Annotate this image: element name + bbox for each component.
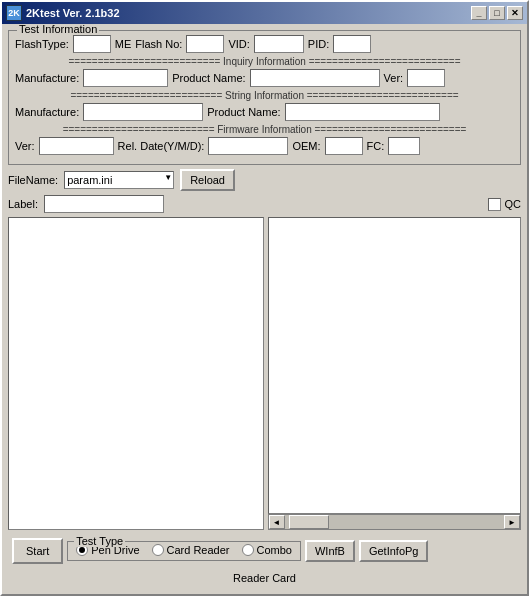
card-reader-radio[interactable] — [152, 544, 164, 556]
manufacture-input-2[interactable] — [83, 103, 203, 121]
winfb-button[interactable]: WInfB — [305, 540, 355, 562]
inquiry-row: Manufacture: Product Name: Ver: — [15, 69, 514, 87]
window-title: 2Ktest Ver. 2.1b32 — [26, 7, 120, 19]
minimize-button[interactable]: _ — [471, 6, 487, 20]
main-window: 2K 2Ktest Ver. 2.1b32 _ □ ✕ Test Informa… — [0, 0, 529, 596]
filename-row: FileName: param.ini Reload — [8, 169, 521, 191]
title-buttons: _ □ ✕ — [471, 6, 523, 20]
inquiry-separator: ========================== Inquiry Infor… — [15, 56, 514, 67]
label-row: Label: — [8, 195, 164, 213]
filename-select-wrapper: param.ini — [64, 171, 174, 189]
card-reader-label: Card Reader — [167, 544, 230, 556]
scroll-track[interactable] — [285, 515, 505, 529]
ver-input-2[interactable] — [39, 137, 114, 155]
product-name-label-1: Product Name: — [172, 72, 245, 84]
combo-option[interactable]: Combo — [242, 544, 292, 556]
fc-label: FC: — [367, 140, 385, 152]
qc-row: QC — [488, 198, 522, 211]
product-name-input-2[interactable] — [285, 103, 440, 121]
pid-input[interactable] — [333, 35, 371, 53]
string-row: Manufacture: Product Name: — [15, 103, 514, 121]
label-label: Label: — [8, 198, 38, 210]
fc-input[interactable] — [388, 137, 420, 155]
firmware-row: Ver: Rel. Date(Y/M/D): OEM: FC: — [15, 137, 514, 155]
test-info-group: Test Information FlashType: ME Flash No:… — [8, 30, 521, 165]
start-button[interactable]: Start — [12, 538, 63, 564]
right-panel-content[interactable] — [268, 217, 522, 514]
vid-input[interactable] — [254, 35, 304, 53]
rel-date-input[interactable] — [208, 137, 288, 155]
window-body: Test Information FlashType: ME Flash No:… — [2, 24, 527, 594]
maximize-button[interactable]: □ — [489, 6, 505, 20]
manufacture-label-1: Manufacture: — [15, 72, 79, 84]
flash-type-input[interactable] — [73, 35, 111, 53]
scroll-left-button[interactable]: ◄ — [269, 515, 285, 529]
filename-select[interactable]: param.ini — [64, 171, 174, 189]
manufacture-label-2: Manufacture: — [15, 106, 79, 118]
title-bar: 2K 2Ktest Ver. 2.1b32 _ □ ✕ — [2, 2, 527, 24]
qc-label: QC — [505, 198, 522, 210]
reader-card-text: Reader Card — [8, 572, 521, 588]
string-separator: ========================== String Inform… — [15, 90, 514, 101]
test-info-title: Test Information — [17, 24, 99, 35]
scroll-thumb[interactable] — [289, 515, 329, 529]
left-panel[interactable] — [8, 217, 264, 530]
vid-label: VID: — [228, 38, 249, 50]
flash-type-unit: ME — [115, 38, 132, 50]
horizontal-scrollbar[interactable]: ◄ ► — [268, 514, 522, 530]
ver-input-1[interactable] — [407, 69, 445, 87]
ver-label-1: Ver: — [384, 72, 404, 84]
test-type-group: Test Type Pen Drive Card Reader Combo — [67, 541, 301, 561]
main-content: FileName: param.ini Reload Label: QC — [8, 169, 521, 530]
scroll-right-button[interactable]: ► — [504, 515, 520, 529]
close-button[interactable]: ✕ — [507, 6, 523, 20]
oem-input[interactable] — [325, 137, 363, 155]
panels-row: ◄ ► — [8, 217, 521, 530]
product-name-input-1[interactable] — [250, 69, 380, 87]
getinfopg-button[interactable]: GetInfoPg — [359, 540, 429, 562]
product-name-label-2: Product Name: — [207, 106, 280, 118]
bottom-bar: Start Test Type Pen Drive Card Reader Co… — [8, 534, 521, 568]
firmware-separator: ========================== Firmware Info… — [15, 124, 514, 135]
card-reader-option[interactable]: Card Reader — [152, 544, 230, 556]
test-type-title: Test Type — [74, 535, 125, 547]
flash-row: FlashType: ME Flash No: VID: PID: — [15, 35, 514, 53]
flash-no-label: Flash No: — [135, 38, 182, 50]
right-panel: ◄ ► — [268, 217, 522, 530]
reload-button[interactable]: Reload — [180, 169, 235, 191]
qc-checkbox[interactable] — [488, 198, 501, 211]
title-bar-left: 2K 2Ktest Ver. 2.1b32 — [6, 5, 120, 21]
label-input[interactable] — [44, 195, 164, 213]
pid-label: PID: — [308, 38, 329, 50]
combo-label: Combo — [257, 544, 292, 556]
flash-type-label: FlashType: — [15, 38, 69, 50]
combo-radio[interactable] — [242, 544, 254, 556]
manufacture-input-1[interactable] — [83, 69, 168, 87]
oem-label: OEM: — [292, 140, 320, 152]
flash-no-input[interactable] — [186, 35, 224, 53]
label-qc-row: Label: QC — [8, 195, 521, 213]
app-icon: 2K — [6, 5, 22, 21]
filename-label: FileName: — [8, 174, 58, 186]
rel-date-label: Rel. Date(Y/M/D): — [118, 140, 205, 152]
ver-label-2: Ver: — [15, 140, 35, 152]
